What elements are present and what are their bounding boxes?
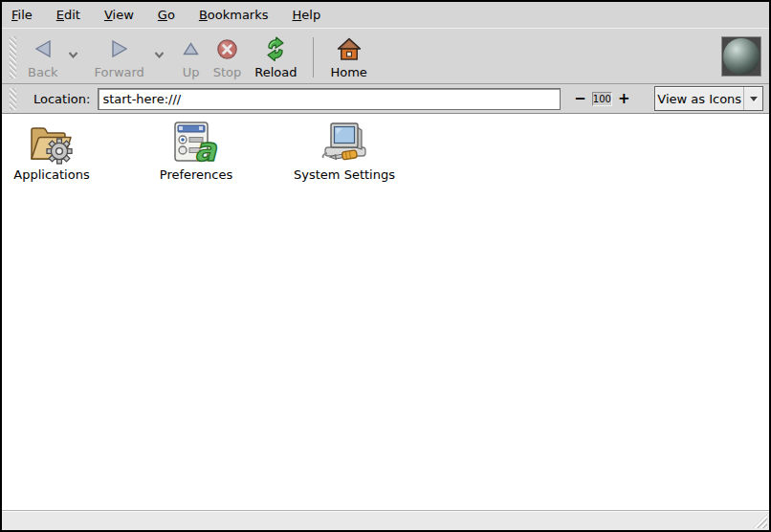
home-button[interactable]: Home	[323, 33, 373, 80]
view-as-selector[interactable]: View as Icons	[654, 86, 763, 111]
icon-preferences[interactable]: a Preferences	[153, 121, 239, 182]
location-bar: Location: − 100 + View as Icons	[2, 84, 769, 114]
zoom-in-button[interactable]: +	[614, 90, 634, 107]
forward-button[interactable]: Forward	[88, 33, 151, 80]
menu-edit[interactable]: Edit	[53, 4, 91, 26]
throbber-sphere-icon[interactable]	[721, 36, 761, 77]
preferences-capplet-icon: a	[173, 121, 219, 165]
reload-button[interactable]: Reload	[248, 33, 303, 80]
location-label: Location:	[33, 92, 90, 106]
toolbar-separator	[313, 37, 314, 78]
menu-help[interactable]: Help	[289, 4, 332, 26]
back-button[interactable]: Back	[21, 33, 65, 80]
menu-file[interactable]: File	[8, 4, 43, 26]
icon-label: Preferences	[160, 167, 232, 182]
location-input[interactable]	[98, 88, 561, 110]
icon-system-settings[interactable]: System Settings	[292, 121, 397, 182]
chevron-down-icon	[750, 97, 758, 101]
toolbar: Back Forward Up	[2, 29, 769, 84]
applications-folder-gear-icon	[28, 121, 76, 165]
icon-applications[interactable]: Applications	[10, 121, 94, 182]
view-selector-arrow	[743, 87, 762, 110]
zoom-out-button[interactable]: −	[570, 90, 590, 107]
menubar: File Edit View Go Bookmarks Help	[2, 2, 769, 29]
locationbar-drag-handle[interactable]	[10, 88, 16, 110]
home-icon	[337, 34, 362, 63]
icon-view-content: Applications a Preferences	[2, 114, 769, 510]
menu-go[interactable]: Go	[154, 4, 186, 26]
forward-arrow-icon	[110, 34, 129, 63]
up-button[interactable]: Up	[176, 33, 207, 80]
reload-icon	[262, 34, 289, 63]
stop-button[interactable]: Stop	[207, 33, 249, 80]
menu-bookmarks[interactable]: Bookmarks	[195, 4, 279, 26]
icon-label: System Settings	[294, 167, 395, 182]
up-arrow-icon	[183, 34, 199, 63]
stop-icon	[216, 34, 238, 63]
svg-text:a: a	[194, 130, 218, 165]
status-bar	[2, 510, 769, 530]
menu-view[interactable]: View	[100, 4, 144, 26]
resize-grip[interactable]	[753, 514, 767, 528]
forward-history-dropdown[interactable]	[151, 33, 168, 78]
file-manager-window: File Edit View Go Bookmarks Help Back Fo…	[0, 0, 771, 532]
system-settings-computer-icon	[318, 121, 371, 165]
icon-label: Applications	[13, 167, 89, 182]
zoom-level-indicator: 100	[592, 92, 612, 106]
back-history-dropdown[interactable]	[65, 33, 82, 78]
toolbar-drag-handle[interactable]	[10, 36, 16, 78]
back-arrow-icon	[33, 34, 53, 63]
